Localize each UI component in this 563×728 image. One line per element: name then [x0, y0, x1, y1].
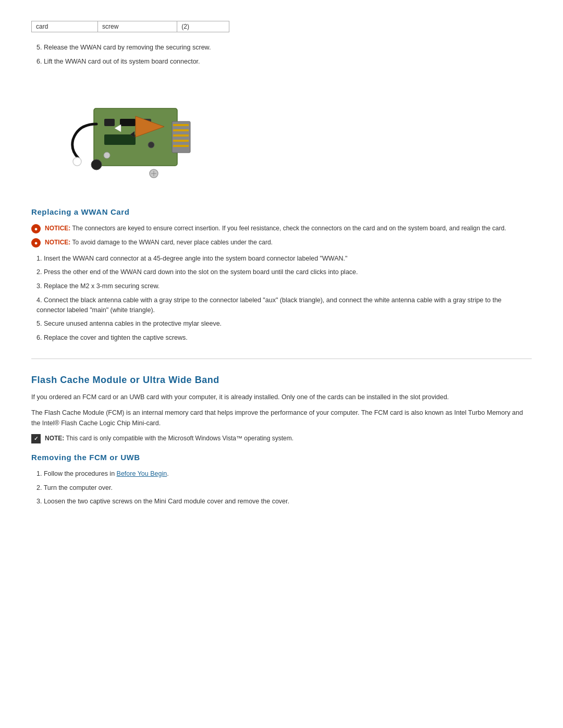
svg-rect-5 — [173, 140, 189, 142]
svg-rect-3 — [173, 129, 189, 131]
svg-rect-4 — [173, 134, 189, 137]
replace-step-3: Replace the M2 x 3-mm securing screw. — [31, 281, 532, 291]
notice-content-2: To avoid damage to the WWAN card, never … — [72, 239, 272, 246]
step-6: Lift the WWAN card out of its system boa… — [31, 57, 532, 67]
wwan-card-image — [63, 77, 198, 192]
svg-rect-6 — [173, 145, 189, 147]
notice-text-1: NOTICE: The connectors are keyed to ensu… — [45, 224, 506, 233]
svg-rect-10 — [104, 134, 136, 145]
note-block: ✓ NOTE: This card is only compatible wit… — [31, 434, 532, 443]
notice-label-2: NOTICE: — [45, 239, 70, 246]
before-you-begin-link[interactable]: Before You Begin — [117, 470, 167, 477]
replace-step-6: Replace the cover and tighten the captiv… — [31, 333, 532, 343]
replacing-wwan-section: Replacing a WWAN Card ● NOTICE: The conn… — [31, 207, 532, 343]
notice-icon-1: ● — [31, 224, 41, 233]
svg-rect-7 — [104, 119, 115, 126]
svg-point-20 — [104, 152, 110, 158]
notice-content-1: The connectors are keyed to ensure corre… — [72, 225, 506, 232]
section-divider — [31, 359, 532, 359]
replace-step-2: Press the other end of the WWAN card dow… — [31, 267, 532, 277]
flash-cache-heading: Flash Cache Module or Ultra Wide Band — [31, 375, 532, 386]
replace-step-5: Secure unused antenna cables in the prot… — [31, 319, 532, 329]
fcm-step-2: Turn the computer over. — [31, 483, 532, 493]
fcm-step-3: Loosen the two captive screws on the Min… — [31, 497, 532, 507]
notice-text-2: NOTICE: To avoid damage to the WWAN card… — [45, 238, 273, 247]
flash-cache-para1: If you ordered an FCM card or an UWB car… — [31, 392, 532, 402]
svg-point-11 — [148, 142, 154, 148]
note-text: NOTE: This card is only compatible with … — [45, 434, 293, 443]
notice-block-2: ● NOTICE: To avoid damage to the WWAN ca… — [31, 238, 532, 248]
flash-cache-para2: The Flash Cache Module (FCM) is an inter… — [31, 408, 532, 428]
table-cell-screw: screw — [98, 21, 177, 32]
table-cell-card: card — [32, 21, 98, 32]
notice-label-1: NOTICE: — [45, 225, 70, 232]
note-icon: ✓ — [31, 434, 41, 443]
svg-rect-2 — [173, 124, 189, 126]
fcm-step-1: Follow the procedures in Before You Begi… — [31, 469, 532, 479]
svg-rect-8 — [120, 119, 136, 126]
svg-point-15 — [73, 157, 81, 166]
removing-wwan-steps: Release the WWAN card by removing the se… — [31, 43, 532, 67]
removing-fcm-heading: Removing the FCM or UWB — [31, 453, 532, 462]
svg-point-16 — [91, 159, 102, 170]
step-5: Release the WWAN card by removing the se… — [31, 43, 532, 53]
top-table: card screw (2) — [31, 21, 229, 32]
removing-fcm-steps: Follow the procedures in Before You Begi… — [31, 469, 532, 507]
replacing-wwan-steps: Insert the WWAN card connector at a 45-d… — [31, 254, 532, 343]
note-label: NOTE: — [45, 435, 64, 442]
flash-cache-section: Flash Cache Module or Ultra Wide Band If… — [31, 375, 532, 507]
notice-icon-2: ● — [31, 238, 41, 248]
replace-step-1: Insert the WWAN card connector at a 45-d… — [31, 254, 532, 264]
notice-block-1: ● NOTICE: The connectors are keyed to en… — [31, 224, 532, 233]
replace-step-4: Connect the black antenna cable with a g… — [31, 295, 532, 315]
note-content: This card is only compatible with the Mi… — [66, 435, 293, 442]
replacing-wwan-heading: Replacing a WWAN Card — [31, 207, 532, 216]
table-cell-count: (2) — [177, 21, 229, 32]
